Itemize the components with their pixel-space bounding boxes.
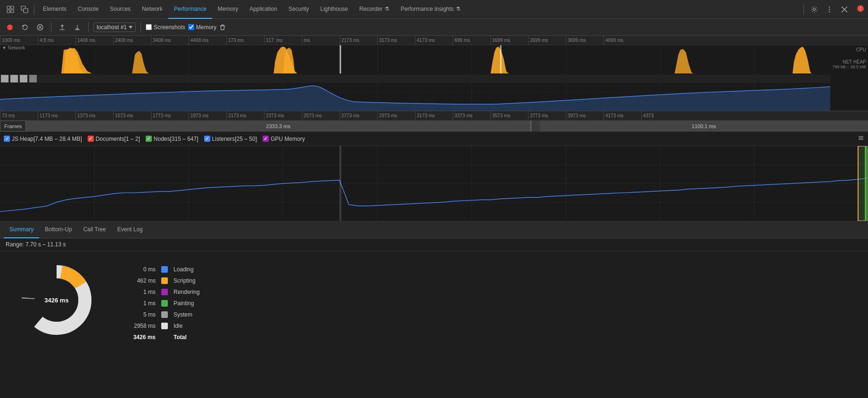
bottom-tab-eventLog[interactable]: Event Log [112,221,149,238]
mem-check-gpuMemory[interactable]: GPU Memory [263,136,305,142]
nav-tab-console[interactable]: Console [72,0,104,19]
nav-tab-recorder[interactable]: Recorder ⚗ [354,0,395,19]
stat-label-4: System [174,311,192,318]
download-button[interactable] [71,21,83,33]
stat-row-5: 2958 msIdle [123,323,199,329]
memory-checkbox-label[interactable]: Memory [188,24,216,31]
timeline-tracks[interactable]: CPU NET HEAP 790 kB – 28.5 MB ▼ Network [0,45,868,111]
profile-select[interactable]: localhost #1 [93,23,136,32]
memory-chart-svg [0,146,868,221]
range-info: Range: 7.70 s – 11.13 s [0,238,868,251]
svg-point-7 [829,6,830,7]
stats-table: 0 msLoading462 msScripting1 msRendering1… [123,262,199,341]
svg-rect-3 [11,10,14,13]
stat-ms-1: 462 ms [123,277,156,284]
stat-ms-5: 2958 ms [123,323,156,329]
stat-label-0: Loading [174,266,194,273]
ruler2-tick-14: 3773 ms [528,111,566,120]
ruler2-tick-7: 2373 ms [264,111,302,120]
error-badge-icon: ! [857,5,864,12]
close-icon[interactable] [838,3,851,16]
stat-color-3 [161,300,168,307]
stat-row-1: 462 msScripting [123,277,199,284]
timeline-area[interactable]: 1000 ms4:8 ms1408 ms2408 ms3408 ms4408 m… [0,36,868,111]
mem-check-nodes[interactable]: Nodes[315 – 647] [146,136,198,142]
inspect-icon[interactable] [18,3,31,16]
svg-rect-2 [7,10,10,13]
frames-label: Frames [0,121,26,131]
reload-record-button[interactable] [19,21,31,33]
mem-check-jsHeap[interactable]: JS Heap[7.4 MB – 28.4 MB] [4,136,82,142]
stat-row-2: 1 msRendering [123,289,199,295]
nav-tab-security[interactable]: Security [283,0,314,19]
nav-tab-application[interactable]: Application [244,0,283,19]
ruler-tick-3: 2408 ms [113,36,151,45]
stat-ms-2: 1 ms [123,289,156,295]
stat-color-2 [161,289,168,295]
toolbar-divider-3 [141,22,141,32]
stat-row-3: 1 msPainting [123,300,199,307]
nav-tab-lighthouse[interactable]: Lighthouse [314,0,354,19]
svg-rect-64 [339,146,341,221]
ruler-tick-16: 4699 ms [603,36,641,45]
nav-tab-perfInsights[interactable]: Performance insights ⚗ [395,0,466,19]
summary-content: 3426 ms 0 msLoading462 msScripting1 msRe… [0,251,868,352]
toolbar-divider-2 [88,22,89,32]
stat-color-1 [161,277,168,284]
upload-button[interactable] [56,21,68,33]
timeline-ruler-2: 73 ms1173 ms1373 ms1573 ms1773 ms1973 ms… [0,111,868,121]
ruler2-tick-2: 1373 ms [75,111,113,120]
screenshots-label: Screenshots [154,24,185,31]
frame-segment-1-label: 2333.3 ms [266,123,290,129]
frames-bar[interactable]: 2333.3 ms 1100.1 ms [26,121,868,131]
mem-check-label-nodes: Nodes[315 – 647] [154,136,198,142]
memory-chart[interactable] [0,146,868,221]
memory-legend-toggle[interactable] [858,135,864,143]
nav-right: ! [802,3,864,16]
ruler-tick-11: 4173 ms [415,36,453,45]
dropdown-icon [129,26,132,29]
dock-icon[interactable] [4,3,17,16]
frame-segment-1: 2333.3 ms [26,121,531,131]
nav-divider-1 [34,4,34,15]
mem-check-box-jsHeap [4,136,10,142]
nav-tab-memory[interactable]: Memory [212,0,244,19]
ruler-tick-4: 3408 ms [151,36,189,45]
mem-check-label-gpuMemory: GPU Memory [271,136,305,142]
svg-rect-66 [858,146,866,221]
ruler-tick-7: 117: ms [264,36,302,45]
bottom-tab-callTree[interactable]: Call Tree [78,221,112,238]
profile-label: localhost #1 [97,24,127,31]
donut-total-label: 3426 ms [44,297,68,304]
nav-tab-performance[interactable]: Performance [168,0,212,19]
svg-rect-34 [339,45,341,73]
ruler2-tick-6: 2173 ms [226,111,264,120]
screenshots-checkbox-label[interactable]: Screenshots [146,24,185,31]
bottom-tab-summary[interactable]: Summary [4,221,39,238]
more-icon[interactable] [823,3,836,16]
ruler-tick-0: 1000 ms [0,36,38,45]
ruler2-tick-1: 1173 ms [38,111,75,120]
memory-checkbox[interactable] [188,24,194,30]
stat-label-3: Painting [174,300,194,307]
frames-row: Frames 2333.3 ms 1100.1 ms [0,121,868,132]
settings-icon[interactable] [808,3,821,16]
stat-ms-3: 1 ms [123,300,156,307]
trash-button[interactable] [219,24,226,31]
mem-check-documents[interactable]: Documents[1 – 2] [88,136,140,142]
mem-check-listeners[interactable]: Listeners[25 – 50] [204,136,257,142]
toolbar-divider-1 [51,22,51,32]
svg-text:!: ! [860,6,861,11]
screenshots-checkbox[interactable] [146,24,152,30]
clear-button[interactable] [34,21,46,33]
record-button[interactable] [4,21,16,33]
nav-tab-network[interactable]: Network [136,0,168,19]
ruler2-tick-12: 3373 ms [453,111,490,120]
nav-tab-elements[interactable]: Elements [37,0,72,19]
stat-label-5: Idle [174,323,182,329]
svg-rect-0 [7,6,10,9]
nav-tab-sources[interactable]: Sources [104,0,136,19]
net-heap-label: NET HEAP 790 kB – 28.5 MB [832,59,866,69]
toolbar: localhost #1 Screenshots Memory [0,19,868,36]
bottom-tab-bottomUp[interactable]: Bottom-Up [39,221,77,238]
